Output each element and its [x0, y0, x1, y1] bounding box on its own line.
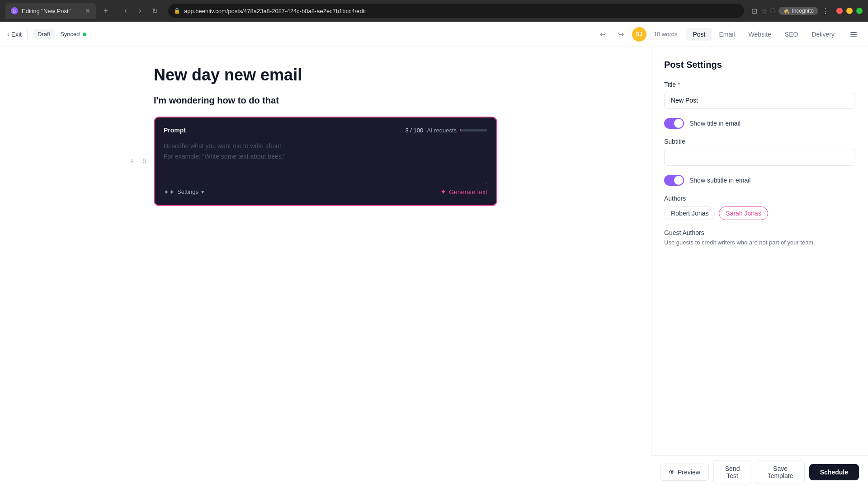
show-title-toggle[interactable] [664, 118, 684, 129]
eye-icon: 👁 [669, 469, 675, 476]
panel-toggle-icon [849, 30, 858, 38]
close-window-button[interactable] [836, 8, 843, 14]
authors-label: Authors [664, 195, 855, 202]
tab-close-icon[interactable]: ✕ [85, 7, 90, 14]
right-panel: Post Settings Title * Show title in emai… [651, 47, 868, 488]
menu-icon[interactable]: ⋮ [822, 7, 829, 15]
app-toolbar: ‹ Exit Draft Synced ↩ ↪ SJ 10 words Post… [0, 22, 868, 47]
synced-badge[interactable]: Synced [60, 31, 86, 38]
authors-form-group: Authors Robert Jonas Sarah Jonas [664, 195, 855, 220]
nav-tabs: Post Email Website SEO Delivery [686, 28, 841, 41]
tab-delivery[interactable]: Delivery [805, 28, 841, 41]
toggle-knob [674, 119, 683, 128]
tab-seo[interactable]: SEO [778, 28, 805, 41]
maximize-window-button[interactable] [856, 8, 863, 14]
ai-settings-button[interactable]: ✦✦ Settings ▾ [164, 188, 204, 196]
guest-authors-desc: Use guests to credit writers who are not… [664, 239, 855, 246]
title-form-group: Title * [664, 81, 855, 109]
ai-requests-label: AI requests [427, 127, 457, 134]
draft-badge[interactable]: Draft [33, 29, 55, 39]
incognito-button[interactable]: 🕵 Incognito [778, 7, 818, 15]
back-button[interactable]: ‹ [119, 5, 132, 17]
forward-button[interactable]: › [134, 5, 146, 17]
incognito-icon: 🕵 [783, 8, 790, 14]
exit-label: Exit [11, 31, 22, 38]
subheading-block: I'm wondering how to do that [154, 95, 497, 106]
synced-dot-icon [83, 33, 86, 36]
minimize-window-button[interactable] [846, 8, 853, 14]
show-title-label: Show title in email [689, 120, 741, 127]
redo-button[interactable]: ↪ [614, 27, 628, 42]
refresh-button[interactable]: ↻ [148, 5, 161, 17]
block-drag-handle[interactable]: ⠿ [139, 156, 150, 167]
send-test-button[interactable]: Send Test [713, 460, 752, 484]
title-label: Title * [664, 81, 855, 88]
tab-email[interactable]: Email [713, 28, 741, 41]
preview-label: Preview [678, 469, 700, 476]
bottom-bar: 👁 Preview Send Test Save Template Schedu… [651, 455, 868, 488]
ai-progress-bar [460, 129, 487, 131]
schedule-button[interactable]: Schedule [809, 464, 859, 480]
svg-rect-2 [850, 36, 857, 37]
save-template-button[interactable]: Save Template [756, 460, 804, 484]
show-subtitle-toggle[interactable] [664, 175, 684, 186]
block-add-button[interactable]: + [127, 156, 137, 167]
browser-tab[interactable]: b Editing "New Post" ✕ [5, 3, 96, 19]
tab-favicon: b [11, 7, 18, 14]
guest-authors-label: Guest Authors [664, 229, 855, 236]
author-chip-sarah[interactable]: Sarah Jonas [719, 206, 768, 220]
author-chip-robert[interactable]: Robert Jonas [664, 206, 715, 220]
incognito-label: Incognito [792, 8, 814, 14]
avatar[interactable]: SJ [632, 27, 646, 42]
ai-generate-label: Generate text [449, 188, 487, 196]
title-required: * [678, 81, 680, 88]
ai-prompt-label: Prompt [164, 127, 186, 134]
tab-post[interactable]: Post [686, 28, 712, 41]
subtitle-input[interactable] [664, 149, 855, 166]
post-subheading[interactable]: I'm wondering how to do that [154, 95, 497, 106]
sparkle-icon: ✦ [440, 188, 446, 196]
undo-button[interactable]: ↩ [596, 27, 610, 42]
profile-icon[interactable]: □ [771, 7, 775, 15]
guest-authors-form-group: Guest Authors Use guests to credit write… [664, 229, 855, 246]
sidebar-toggle-button[interactable] [846, 27, 861, 42]
svg-rect-0 [850, 32, 857, 33]
resize-handle[interactable]: ⌟ [164, 179, 487, 184]
toggle-knob-2 [674, 176, 683, 185]
post-heading[interactable]: New day new email [154, 65, 497, 84]
main-layout: New day new email I'm wondering how to d… [0, 47, 868, 488]
url-text: app.beehiiv.com/posts/478a23a8-2087-424c… [184, 8, 366, 14]
editor-area[interactable]: New day new email I'm wondering how to d… [0, 47, 651, 488]
ai-prompt-footer: ✦✦ Settings ▾ ✦ Generate text [164, 188, 487, 196]
chevron-down-icon: ▾ [201, 188, 204, 195]
show-title-toggle-row: Show title in email [664, 118, 855, 129]
ai-progress-fill [460, 129, 461, 131]
ai-generate-button[interactable]: ✦ Generate text [440, 188, 487, 196]
block-controls: + ⠿ [127, 156, 150, 167]
ai-requests-info: 3 / 100 AI requests [405, 127, 487, 134]
new-tab-button[interactable]: + [99, 5, 112, 17]
ai-prompt-header: Prompt 3 / 100 AI requests [164, 127, 487, 134]
exit-button[interactable]: ‹ Exit [7, 31, 22, 38]
ai-prompt-input[interactable] [164, 141, 487, 177]
svg-rect-1 [850, 34, 857, 35]
extensions-icon[interactable]: ⊡ [751, 7, 757, 15]
tab-title: Editing "New Post" [22, 8, 81, 14]
ai-settings-label: Settings [177, 188, 198, 195]
ai-requests-count: 3 / 100 [405, 127, 423, 134]
title-input[interactable] [664, 92, 855, 109]
toolbar-actions: ↩ ↪ SJ 10 words [596, 27, 681, 42]
settings-icon: ✦✦ [164, 188, 175, 196]
word-count: 10 words [650, 31, 681, 38]
chevron-left-icon: ‹ [7, 31, 9, 38]
ai-block-wrapper: + ⠿ Prompt 3 / 100 AI requests [154, 117, 497, 206]
address-bar[interactable]: 🔒 app.beehiiv.com/posts/478a23a8-2087-42… [168, 4, 744, 18]
authors-list: Robert Jonas Sarah Jonas [664, 206, 855, 220]
synced-label: Synced [60, 31, 80, 38]
bookmark-icon[interactable]: ☆ [761, 7, 767, 15]
toolbar-separator [27, 29, 28, 40]
tab-website[interactable]: Website [742, 28, 778, 41]
show-subtitle-label: Show subtitle in email [689, 177, 750, 184]
preview-button[interactable]: 👁 Preview [660, 464, 709, 481]
show-subtitle-toggle-row: Show subtitle in email [664, 175, 855, 186]
